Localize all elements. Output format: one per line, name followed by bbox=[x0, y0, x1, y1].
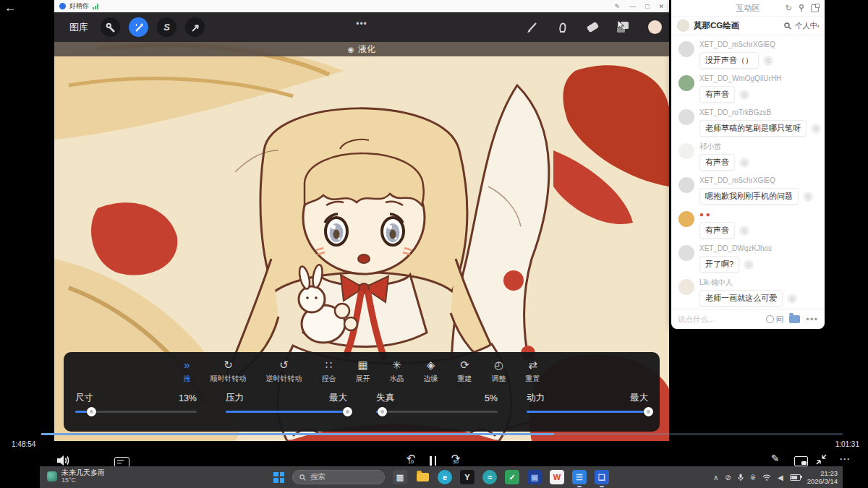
tool-reset[interactable]: ⇄重置 bbox=[526, 359, 540, 384]
distortion-slider[interactable]: 失真5% bbox=[376, 392, 498, 413]
volume-button[interactable] bbox=[56, 455, 71, 466]
slider-track[interactable] bbox=[376, 411, 498, 413]
pin-icon[interactable] bbox=[799, 4, 804, 12]
annotate-icon[interactable]: ✎ bbox=[614, 3, 620, 10]
video-progress-bar[interactable] bbox=[41, 433, 843, 435]
transform-button[interactable] bbox=[185, 17, 205, 37]
message-action-icon[interactable]: ☺ bbox=[787, 294, 797, 304]
slider-track[interactable] bbox=[75, 411, 197, 413]
message-action-icon[interactable]: ☺ bbox=[739, 158, 749, 168]
player-more-button[interactable]: ⋯ bbox=[839, 453, 851, 466]
close-button[interactable]: ✕ bbox=[658, 3, 664, 10]
tool-pinch[interactable]: ∷捏合 bbox=[322, 359, 336, 384]
tool-edge[interactable]: ◈边缘 bbox=[424, 359, 438, 384]
start-button[interactable] bbox=[273, 472, 284, 483]
canvas-menu-dots[interactable]: ••• bbox=[356, 19, 367, 29]
slider-track[interactable] bbox=[226, 411, 347, 413]
adjustments-button[interactable] bbox=[129, 17, 148, 37]
weather-widget[interactable]: 未来几天多雨 15°C bbox=[47, 468, 105, 484]
gallery-button[interactable]: 图库 bbox=[69, 21, 88, 34]
tray-volume-icon[interactable]: ◀ bbox=[778, 474, 783, 481]
personal-center-link[interactable]: 个人中心 bbox=[795, 21, 819, 31]
microphone-icon[interactable] bbox=[738, 474, 744, 481]
refresh-icon[interactable]: ↻ bbox=[786, 4, 792, 13]
taskbar: 未来几天多雨 15°C 搜索 ▥ e Y ≈ ✓ ▣ W ☰ ❑ ∧ ⊘ ※ bbox=[40, 466, 843, 488]
avatar bbox=[678, 41, 694, 57]
slider-knob[interactable] bbox=[87, 407, 96, 416]
pip-button[interactable] bbox=[794, 456, 808, 466]
liquify-sliders: 尺寸13% 压力最大 失真5% 动力最大 bbox=[64, 384, 660, 413]
message-action-icon[interactable]: ☺ bbox=[811, 124, 821, 134]
eraser-icon[interactable] bbox=[587, 22, 599, 33]
message-action-icon[interactable]: ☺ bbox=[763, 56, 773, 66]
maximize-button[interactable]: □ bbox=[645, 3, 649, 10]
annotate-pencil-button[interactable]: ✎ bbox=[771, 453, 780, 464]
chat-input[interactable]: 说点什么... bbox=[678, 314, 760, 325]
forward-30-button[interactable]: ↷30 bbox=[447, 453, 464, 464]
back-button[interactable]: ← bbox=[4, 1, 17, 14]
rewind-10-button[interactable]: ↶10 bbox=[402, 453, 420, 464]
chat-message: XET_DD_roTrkBGzsB 老师草稿的笔刷是哪只笔呀☺ bbox=[678, 108, 817, 137]
input-method-icon[interactable]: ※ bbox=[750, 474, 756, 481]
slider-label: 压力 bbox=[226, 392, 244, 404]
message-bubble: 开了啊? bbox=[699, 256, 739, 273]
slider-knob[interactable] bbox=[644, 407, 653, 416]
search-icon[interactable] bbox=[784, 22, 791, 30]
brush-icon[interactable] bbox=[526, 21, 538, 33]
taskbar-search[interactable]: 搜索 bbox=[292, 470, 385, 484]
clock-date: 2026/3/14 bbox=[807, 477, 838, 485]
battery-icon[interactable] bbox=[790, 474, 801, 481]
app-toolbar: 图库 S ••• bbox=[54, 12, 669, 42]
tool-adjust[interactable]: ◴调整 bbox=[492, 359, 506, 384]
folder-icon[interactable] bbox=[789, 315, 800, 323]
smudge-icon[interactable] bbox=[557, 21, 569, 33]
tool-twirl-ccw[interactable]: ↺逆时针转动 bbox=[266, 359, 302, 384]
tool-reconstruct[interactable]: ⟳重建 bbox=[458, 359, 472, 384]
pause-button[interactable] bbox=[430, 456, 438, 466]
taskbar-app-10[interactable]: ❑ bbox=[595, 470, 609, 484]
taskbar-app-9[interactable]: ☰ bbox=[572, 470, 587, 484]
wifi-icon[interactable] bbox=[762, 474, 771, 481]
chat-group-row: 莫那CG绘画 个人中心 bbox=[671, 17, 825, 35]
chat-more-icon[interactable]: ••• bbox=[806, 314, 818, 325]
tool-push[interactable]: »推 bbox=[184, 359, 191, 384]
taskbar-app-6[interactable]: ✓ bbox=[505, 470, 519, 484]
tool-expand[interactable]: ▦展开 bbox=[356, 359, 370, 384]
taskbar-app-7[interactable]: ▣ bbox=[527, 470, 542, 484]
message-action-icon[interactable]: ☺ bbox=[803, 192, 813, 202]
wps-icon[interactable]: W bbox=[550, 470, 564, 484]
exit-fullscreen-button[interactable] bbox=[816, 454, 827, 465]
do-not-disturb-icon[interactable]: ⊘ bbox=[725, 474, 731, 481]
message-action-icon[interactable]: ☺ bbox=[739, 226, 749, 236]
message-action-icon[interactable]: ☺ bbox=[744, 260, 754, 270]
taskbar-app-5[interactable]: ≈ bbox=[482, 470, 497, 484]
message-action-icon[interactable]: ☺ bbox=[739, 90, 749, 100]
selection-button[interactable]: S bbox=[157, 17, 176, 37]
actions-button[interactable] bbox=[101, 17, 120, 37]
size-slider[interactable]: 尺寸13% bbox=[75, 392, 197, 413]
file-explorer-icon[interactable] bbox=[415, 470, 430, 484]
popout-icon[interactable] bbox=[811, 4, 819, 12]
color-swatch[interactable] bbox=[648, 20, 662, 34]
slider-track[interactable] bbox=[527, 411, 648, 413]
edge-browser-icon[interactable]: e bbox=[438, 470, 452, 484]
message-bubble: 有声音 bbox=[699, 86, 735, 103]
tool-twirl-cw[interactable]: ↻顺时针转动 bbox=[210, 359, 247, 384]
taskbar-app-1[interactable]: ▥ bbox=[393, 470, 407, 484]
magic-wand-icon bbox=[134, 22, 144, 33]
tray-expand-icon[interactable]: ∧ bbox=[713, 474, 718, 481]
chat-window: 互动区 ↻ 莫那CG绘画 个人中心 XET_DD_mSchrXGiEQ 没开声音… bbox=[671, 0, 825, 329]
momentum-slider[interactable]: 动力最大 bbox=[527, 392, 648, 413]
ask-question-button[interactable]: 问 bbox=[766, 314, 784, 325]
expand-icon: ▦ bbox=[357, 359, 367, 371]
minimize-button[interactable]: — bbox=[629, 3, 636, 10]
taskbar-app-4[interactable]: Y bbox=[460, 470, 475, 484]
chat-message: ● ● 有声音☺ bbox=[678, 210, 817, 239]
slider-knob[interactable] bbox=[378, 407, 387, 416]
tool-crystal[interactable]: ✳水晶 bbox=[390, 359, 404, 384]
slider-knob[interactable] bbox=[343, 407, 352, 416]
pressure-slider[interactable]: 压力最大 bbox=[226, 392, 347, 413]
taskbar-clock[interactable]: 21:23 2026/3/14 bbox=[807, 469, 838, 485]
reset-icon: ⇄ bbox=[528, 359, 537, 371]
chat-message: XET_DD_mSchrXGiEQ 没开声音（）☺ bbox=[678, 40, 817, 69]
